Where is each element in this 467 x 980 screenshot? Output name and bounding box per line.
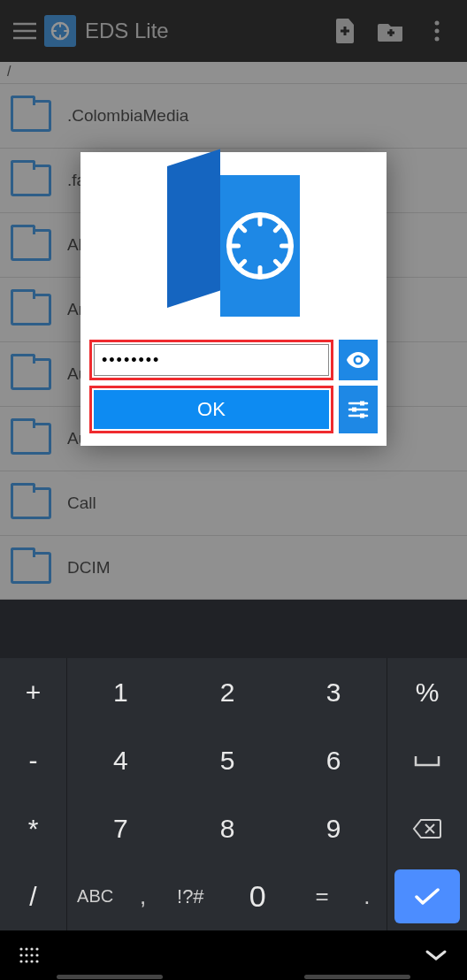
key-equals[interactable]: = xyxy=(297,883,348,910)
svg-point-17 xyxy=(25,953,27,956)
backspace-icon xyxy=(412,818,442,839)
vault-logo-icon xyxy=(167,175,300,317)
svg-point-19 xyxy=(35,953,38,956)
svg-point-12 xyxy=(19,947,22,950)
soft-keyboard: + 1 2 3 % - 4 5 6 * 7 8 9 / ABC , !?# 0 … xyxy=(0,600,467,980)
key-6[interactable]: 6 xyxy=(280,726,387,794)
show-password-button[interactable] xyxy=(339,340,378,380)
svg-point-13 xyxy=(25,947,27,950)
grid-icon xyxy=(19,947,41,963)
key-percent[interactable]: % xyxy=(387,658,467,726)
keyboard-grid-button[interactable] xyxy=(19,947,41,963)
settings-button[interactable] xyxy=(339,386,378,433)
space-icon xyxy=(414,754,440,767)
keyboard-collapse-button[interactable] xyxy=(425,949,448,961)
svg-rect-9 xyxy=(360,402,364,406)
key-7[interactable]: 7 xyxy=(67,794,174,862)
keyboard-bottom-bar xyxy=(0,930,467,980)
key-minus[interactable]: - xyxy=(0,726,67,794)
key-plus[interactable]: + xyxy=(0,658,67,726)
svg-point-16 xyxy=(19,953,22,956)
key-3[interactable]: 3 xyxy=(280,658,387,726)
password-highlight xyxy=(89,340,333,380)
svg-point-18 xyxy=(30,953,33,956)
svg-point-23 xyxy=(35,960,38,962)
keyboard-suggestion-bar[interactable] xyxy=(0,600,467,658)
key-comma[interactable]: , xyxy=(123,883,162,910)
key-dot[interactable]: . xyxy=(348,883,387,910)
svg-point-8 xyxy=(356,357,361,363)
key-space[interactable] xyxy=(387,726,467,794)
key-0[interactable]: 0 xyxy=(218,879,297,914)
key-abc[interactable]: ABC xyxy=(67,886,123,907)
ok-button[interactable]: OK xyxy=(94,390,329,429)
key-9[interactable]: 9 xyxy=(280,794,387,862)
svg-rect-11 xyxy=(360,414,364,418)
key-symbols[interactable]: !?# xyxy=(163,885,218,908)
password-dialog: OK xyxy=(80,152,387,446)
svg-point-14 xyxy=(30,947,33,950)
ok-highlight: OK xyxy=(89,386,333,433)
key-asterisk[interactable]: * xyxy=(0,794,67,862)
system-nav-bar xyxy=(0,975,467,979)
svg-point-22 xyxy=(30,960,33,962)
svg-rect-10 xyxy=(352,408,356,412)
svg-point-15 xyxy=(35,947,38,950)
svg-point-20 xyxy=(19,960,22,962)
key-1[interactable]: 1 xyxy=(67,658,174,726)
key-8[interactable]: 8 xyxy=(174,794,281,862)
chevron-down-icon xyxy=(425,949,448,961)
password-input[interactable] xyxy=(94,344,329,376)
key-2[interactable]: 2 xyxy=(174,658,281,726)
eye-icon xyxy=(347,352,370,368)
svg-point-21 xyxy=(25,960,27,962)
key-slash[interactable]: / xyxy=(0,862,67,930)
key-enter[interactable] xyxy=(394,869,460,923)
key-4[interactable]: 4 xyxy=(67,726,174,794)
tune-icon xyxy=(348,399,369,420)
check-icon xyxy=(414,887,440,907)
key-backspace[interactable] xyxy=(387,794,467,862)
key-5[interactable]: 5 xyxy=(174,726,281,794)
